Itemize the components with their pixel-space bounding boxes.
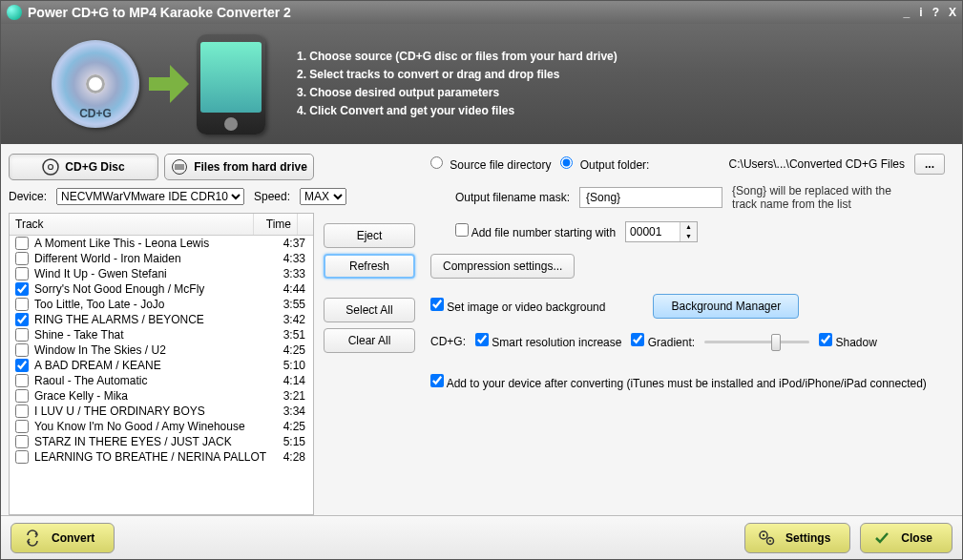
settings-button[interactable]: Settings (744, 523, 850, 553)
svg-point-1 (49, 165, 53, 170)
col-track[interactable]: Track (10, 214, 254, 235)
track-name: RING THE ALARMS / BEYONCE (34, 313, 269, 326)
table-row[interactable]: RING THE ALARMS / BEYONCE3:42 (10, 312, 313, 327)
track-checkbox[interactable] (15, 252, 29, 265)
eject-button[interactable]: Eject (324, 223, 415, 248)
table-row[interactable]: You Know I'm No Good / Amy Winehouse4:25 (10, 419, 313, 434)
output-folder-radio[interactable]: Output folder: (560, 156, 649, 172)
track-time: 3:51 (269, 328, 307, 342)
track-time: 4:25 (269, 343, 307, 357)
drive-icon (171, 158, 188, 176)
set-background-checkbox[interactable]: Set image or video background (430, 298, 605, 314)
table-row[interactable]: Raoul - The Automatic4:14 (10, 373, 313, 388)
track-time: 4:28 (269, 450, 307, 464)
table-row[interactable]: Grace Kelly - Mika3:21 (10, 388, 313, 404)
disc-icon: CD+G (52, 40, 139, 128)
track-name: Shine - Take That (34, 328, 269, 342)
help-button[interactable]: ? (932, 6, 939, 19)
minimize-button[interactable]: _ (904, 6, 911, 19)
refresh-button[interactable]: Refresh (324, 254, 415, 279)
gear-icon (757, 529, 776, 548)
device-select[interactable]: NECVMWarVMware IDE CDR10 (56, 188, 244, 205)
table-row[interactable]: Wind It Up - Gwen Stefani3:33 (10, 266, 313, 281)
check-icon (872, 529, 891, 548)
arrow-icon (149, 65, 187, 103)
track-checkbox[interactable] (15, 420, 29, 433)
track-checkbox[interactable] (15, 359, 29, 372)
table-row[interactable]: I LUV U / THE ORDINARY BOYS3:34 (10, 404, 313, 419)
filename-mask-input[interactable] (579, 187, 722, 208)
gradient-checkbox[interactable]: Gradient: (631, 333, 695, 349)
shadow-checkbox[interactable]: Shadow (819, 333, 877, 349)
table-row[interactable]: Too Little, Too Late - JoJo3:55 (10, 297, 313, 312)
table-row[interactable]: A Moment Like This - Leona Lewis4:37 (10, 236, 313, 251)
track-name: A Moment Like This - Leona Lewis (34, 237, 269, 250)
compression-settings-button[interactable]: Compression settings... (430, 254, 575, 279)
table-row[interactable]: Window In The Skies / U24:25 (10, 342, 313, 358)
track-time: 3:33 (269, 267, 307, 280)
track-time: 5:10 (269, 359, 307, 372)
titlebar: Power CD+G to MP4 Karaoke Converter 2 _ … (1, 1, 962, 24)
track-checkbox[interactable] (15, 313, 29, 326)
track-time: 3:34 (269, 404, 307, 418)
table-row[interactable]: Shine - Take That3:51 (10, 327, 313, 342)
file-number-spinner[interactable]: ▲▼ (625, 221, 698, 242)
track-checkbox[interactable] (15, 404, 29, 418)
files-from-drive-button[interactable]: Files from hard drive (164, 154, 314, 180)
col-time[interactable]: Time (254, 214, 298, 235)
track-name: Window In The Skies / U2 (34, 343, 269, 357)
table-header: Track Time (10, 214, 313, 236)
table-row[interactable]: STARZ IN THERE EYES / JUST JACK5:15 (10, 434, 313, 449)
close-button[interactable]: Close (860, 523, 953, 553)
browse-output-button[interactable]: ... (914, 154, 945, 175)
output-path: C:\Users\...\Converted CD+G Files (729, 157, 905, 171)
svg-point-7 (763, 533, 764, 535)
track-checkbox[interactable] (15, 374, 29, 387)
track-name: Sorry's Not Good Enough / McFly (34, 282, 269, 296)
filename-mask-label: Output filename mask: (455, 191, 570, 204)
clear-all-button[interactable]: Clear All (324, 328, 415, 353)
add-to-device-checkbox[interactable]: Add to your device after converting (iTu… (430, 374, 927, 390)
track-time: 4:44 (269, 282, 307, 296)
select-all-button[interactable]: Select All (324, 298, 415, 322)
smart-resolution-checkbox[interactable]: Smart resolution increase (475, 333, 621, 349)
spinner-up[interactable]: ▲ (680, 222, 697, 232)
track-checkbox[interactable] (15, 298, 29, 311)
steps-text: 1. Choose source (CD+G disc or files fro… (297, 48, 618, 121)
track-checkbox[interactable] (15, 328, 29, 342)
track-checkbox[interactable] (15, 267, 29, 280)
track-checkbox[interactable] (15, 343, 29, 357)
table-row[interactable]: Sorry's Not Good Enough / McFly4:44 (10, 281, 313, 297)
add-file-number-checkbox[interactable]: Add file number starting with (455, 223, 616, 239)
source-dir-radio[interactable]: Source file directory (430, 156, 551, 172)
device-label: Device: (9, 190, 47, 203)
convert-button[interactable]: Convert (10, 523, 115, 553)
track-time: 4:14 (269, 374, 307, 387)
track-checkbox[interactable] (15, 282, 29, 296)
table-row[interactable]: Different World - Iron Maiden4:33 (10, 251, 313, 266)
track-name: Different World - Iron Maiden (34, 252, 269, 265)
track-time: 3:42 (269, 313, 307, 326)
track-checkbox[interactable] (15, 237, 29, 250)
info-button[interactable]: i (919, 6, 922, 19)
track-checkbox[interactable] (15, 450, 29, 464)
disc-small-icon (42, 158, 59, 176)
track-time: 4:37 (269, 237, 307, 250)
track-time: 3:55 (269, 298, 307, 311)
track-name: Wind It Up - Gwen Stefani (34, 267, 269, 280)
table-row[interactable]: A BAD DREAM / KEANE5:10 (10, 358, 313, 373)
app-logo-icon (7, 5, 22, 20)
spinner-down[interactable]: ▼ (680, 232, 697, 241)
track-checkbox[interactable] (15, 435, 29, 448)
footer: Convert Settings Close (1, 515, 962, 559)
gradient-slider[interactable] (704, 332, 809, 351)
background-manager-button[interactable]: Background Manager (653, 294, 799, 319)
app-window: Power CD+G to MP4 Karaoke Converter 2 _ … (0, 0, 963, 560)
track-time: 3:21 (269, 389, 307, 403)
cdg-disc-button[interactable]: CD+G Disc (9, 154, 158, 180)
table-row[interactable]: LEARNING TO BREATHE / NERINA PALLOT4:28 (10, 449, 313, 465)
track-checkbox[interactable] (15, 389, 29, 403)
track-table[interactable]: Track Time A Moment Like This - Leona Le… (9, 213, 314, 515)
hero-graphic: CD+G (20, 30, 297, 139)
close-window-button[interactable]: X (949, 6, 956, 19)
